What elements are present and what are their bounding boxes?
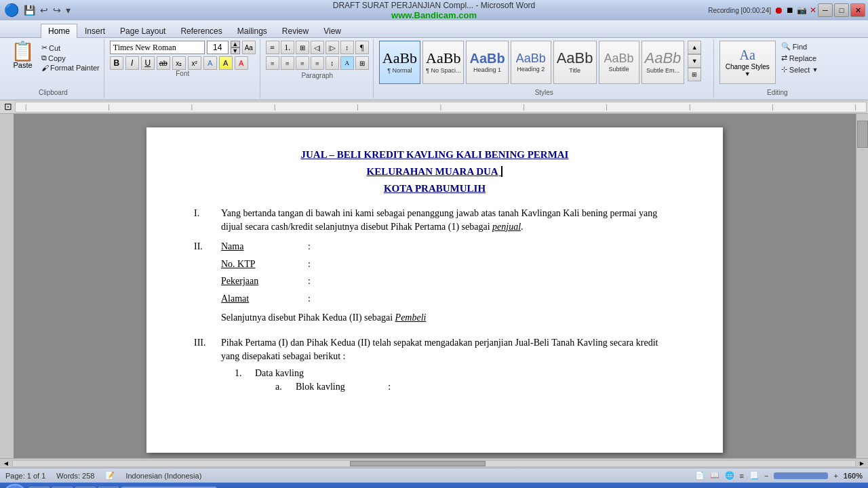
align-left-btn[interactable]: ≡ [266, 56, 279, 70]
style-heading2[interactable]: AaBb Heading 2 [511, 41, 551, 84]
redo-btn[interactable]: ↪ [52, 5, 62, 16]
zoom-in[interactable]: + [833, 472, 837, 480]
font-size-input[interactable]: 14 [207, 41, 229, 54]
tab-review[interactable]: Review [275, 24, 316, 38]
strikethrough-button[interactable]: ab [157, 56, 170, 70]
text-effects-button[interactable]: A [203, 56, 217, 70]
dropdown-btn[interactable]: ▾ [64, 5, 72, 16]
show-marks-btn[interactable]: ¶ [355, 41, 369, 54]
style-normal-preview: AaBb [382, 51, 417, 66]
scroll-left[interactable] [0, 114, 14, 458]
style-normal[interactable]: AaBb ¶ Normal [379, 41, 420, 84]
decrease-indent-btn[interactable]: ◁| [311, 41, 324, 54]
style-subtleem[interactable]: AaBb Subtle Em... [642, 41, 685, 84]
tab-pagelayout[interactable]: Page Layout [113, 24, 173, 38]
style-subtleem-preview: AaBb [645, 51, 682, 66]
font-size-decrease[interactable]: ▼ [231, 47, 240, 54]
h-scrollbar[interactable]: ◄ ► [0, 458, 868, 468]
styles-label: Styles [379, 89, 709, 97]
zoom-out[interactable]: − [764, 472, 768, 480]
doc-title-line3: KOTA PRABUMULIH [194, 182, 675, 196]
font-name-input[interactable]: Times New Roman [110, 41, 205, 54]
numbering-btn[interactable]: 1. [281, 41, 294, 54]
align-center-btn[interactable]: ≡ [281, 56, 294, 70]
style-subtitle[interactable]: AaBb Subtitle [599, 41, 639, 84]
h-scroll-thumb[interactable] [350, 461, 486, 466]
view-web[interactable]: 🌐 [725, 471, 734, 480]
tab-mailings[interactable]: Mailings [230, 24, 275, 38]
maximize-btn[interactable]: □ [834, 3, 849, 17]
word-logo[interactable]: 🔵 [3, 3, 20, 18]
h-scroll-right[interactable]: ► [856, 460, 868, 467]
subscript-button[interactable]: x₂ [172, 56, 186, 70]
clipboard-label: Clipboard [7, 89, 100, 97]
sort-btn[interactable]: ↕ [340, 41, 354, 54]
bold-button[interactable]: B [110, 56, 123, 70]
italic-button[interactable]: I [125, 56, 139, 70]
increase-indent-btn[interactable]: |▷ [326, 41, 339, 54]
field-ktp-value [316, 258, 675, 271]
editing-label: Editing [719, 89, 835, 97]
start-button[interactable]: ⊞ [3, 484, 27, 488]
camera-icon[interactable]: 📷 [797, 5, 807, 15]
h-scroll-left[interactable]: ◄ [0, 460, 12, 467]
field-alamat: Alamat : [221, 292, 675, 306]
cursor [499, 166, 503, 177]
view-draft[interactable]: 📃 [749, 471, 759, 480]
document-page[interactable]: JUAL – BELI KREDIT KAVLING KALI BENING P… [146, 127, 723, 453]
paste-button[interactable]: 📋 Paste [7, 41, 39, 70]
styles-expand[interactable]: ⊞ [688, 68, 701, 81]
font-color-button[interactable]: A [235, 56, 248, 70]
style-title[interactable]: AaBb Title [553, 41, 597, 84]
font-size-increase[interactable]: ▲ [231, 41, 240, 47]
penjual-text: penjual [492, 222, 521, 232]
sub-item-1-num: 1. [235, 367, 255, 396]
shading-btn[interactable]: A [340, 56, 354, 70]
format-painter-icon: 🖌 [41, 64, 49, 72]
bullets-btn[interactable]: ≡ [266, 41, 279, 54]
zoom-slider[interactable] [774, 472, 828, 479]
view-fullread[interactable]: 📖 [710, 471, 719, 480]
close-btn[interactable]: ✕ [850, 3, 865, 17]
styles-down[interactable]: ▼ [688, 54, 701, 68]
change-styles-button[interactable]: Aa Change Styles ▼ [719, 41, 776, 84]
line-spacing-btn[interactable]: ↕ [326, 56, 339, 70]
align-right-btn[interactable]: ≡ [296, 56, 309, 70]
title-bar: 🔵 💾 ↩ ↪ ▾ DRAFT SURAT PERJANJIAN Compl..… [0, 0, 868, 20]
section-i: I. Yang bertanda tangan di bawah ini kam… [194, 207, 675, 233]
select-button[interactable]: ⊹ Select ▼ [781, 64, 835, 75]
stop-icon[interactable]: ⏹ [786, 5, 794, 15]
underline-button[interactable]: U [141, 56, 155, 70]
scroll-right[interactable] [856, 114, 868, 458]
tab-insert[interactable]: Insert [77, 24, 113, 38]
undo-btn[interactable]: ↩ [39, 5, 50, 16]
style-nospace[interactable]: AaBb ¶ No Spaci... [422, 41, 464, 84]
change-styles-icon: Aa [740, 47, 755, 63]
find-button[interactable]: 🔍 Find [781, 41, 835, 52]
clear-format-btn[interactable]: Aa [242, 41, 256, 54]
section-iii-content: Pihak Pertama (I) dan Pihak Kedua (II) t… [221, 336, 675, 399]
scroll-thumb[interactable] [857, 121, 868, 148]
highlight-button[interactable]: A [219, 56, 233, 70]
view-outline[interactable]: ≡ [740, 472, 744, 480]
justify-btn[interactable]: ≡ [311, 56, 324, 70]
replace-button[interactable]: ⇄ Replace [781, 52, 835, 64]
view-print[interactable]: 📄 [695, 471, 705, 480]
border-btn[interactable]: ⊞ [355, 56, 369, 70]
superscript-button[interactable]: x² [188, 56, 201, 70]
style-h1-label: Heading 1 [473, 66, 501, 73]
style-heading1[interactable]: AaBb Heading 1 [466, 41, 508, 84]
minimize-btn[interactable]: ─ [818, 3, 833, 17]
tab-references[interactable]: References [173, 24, 229, 38]
format-painter-button[interactable]: 🖌 Format Painter [41, 64, 100, 72]
tab-view[interactable]: View [316, 24, 349, 38]
close-recording[interactable]: ✕ [810, 5, 816, 15]
cut-button[interactable]: ✂ Cut [41, 43, 100, 52]
styles-up[interactable]: ▲ [688, 41, 701, 54]
tab-home[interactable]: Home [41, 24, 77, 38]
paragraph-label: Paragraph [266, 72, 369, 80]
copy-button[interactable]: ⧉ Copy [41, 54, 100, 62]
ruler-toggle[interactable]: ⊡ [1, 101, 15, 113]
save-btn[interactable]: 💾 [22, 5, 37, 16]
multilevel-btn[interactable]: ⊞ [296, 41, 309, 54]
